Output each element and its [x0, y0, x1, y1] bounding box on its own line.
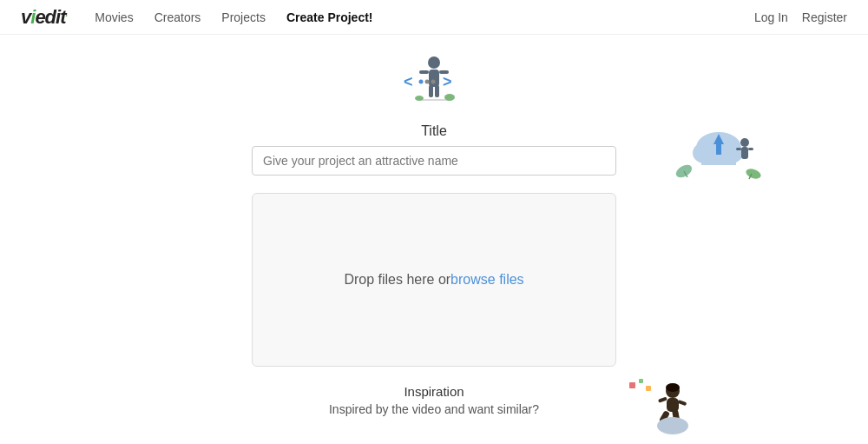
- nav-movies[interactable]: Movies: [95, 10, 133, 24]
- dropzone-wrapper: Drop files here or browse files: [104, 193, 764, 367]
- nav-projects[interactable]: Projects: [221, 10, 266, 24]
- svg-rect-4: [419, 70, 429, 74]
- svg-rect-3: [435, 85, 439, 97]
- register-link[interactable]: Register: [802, 10, 847, 24]
- svg-rect-28: [639, 379, 643, 383]
- svg-rect-2: [429, 85, 433, 97]
- svg-rect-27: [629, 382, 635, 388]
- title-label: Title: [421, 123, 447, 139]
- svg-rect-23: [736, 148, 741, 150]
- browse-files-link[interactable]: browse files: [450, 272, 523, 288]
- svg-point-36: [666, 383, 680, 392]
- dropzone[interactable]: Drop files here or browse files: [252, 193, 616, 367]
- svg-point-25: [745, 167, 762, 181]
- svg-point-13: [444, 94, 455, 101]
- nav-links: Movies Creators Projects Create Project!: [95, 10, 372, 24]
- svg-rect-22: [741, 147, 748, 159]
- svg-point-8: [425, 80, 430, 84]
- svg-point-12: [415, 96, 424, 101]
- svg-point-21: [740, 138, 749, 147]
- svg-rect-35: [678, 400, 687, 406]
- svg-text:<: <: [404, 73, 413, 90]
- nav-create-project[interactable]: Create Project!: [286, 10, 373, 24]
- svg-text:>: >: [443, 73, 452, 90]
- inspiration-section: Inspiration Inspired by the video and wa…: [104, 384, 764, 416]
- main-content: < > Title: [87, 35, 781, 444]
- cloud-upload-icon: [668, 115, 764, 184]
- svg-point-7: [419, 80, 424, 84]
- title-section: Title: [104, 123, 764, 176]
- svg-point-0: [428, 56, 440, 69]
- nav-auth: Log In Register: [754, 10, 847, 24]
- illustration-top: < >: [104, 52, 764, 113]
- sitting-person-illustration: [625, 375, 694, 436]
- navbar: viedit. Movies Creators Projects Create …: [0, 0, 868, 35]
- title-input[interactable]: [252, 146, 616, 176]
- svg-rect-34: [658, 397, 667, 403]
- svg-rect-1: [429, 70, 439, 87]
- svg-point-37: [657, 417, 688, 434]
- nav-creators[interactable]: Creators: [155, 10, 201, 24]
- svg-rect-31: [667, 398, 679, 412]
- svg-point-9: [431, 80, 436, 84]
- inspiration-label: Inspiration: [404, 384, 464, 399]
- sitting-person-icon: [625, 375, 694, 436]
- cloud-upload-illustration: [668, 115, 764, 184]
- inspiration-sub: Inspired by the video and want similar?: [329, 402, 539, 416]
- svg-rect-24: [748, 148, 753, 150]
- person-code-icon: < >: [395, 52, 473, 113]
- logo[interactable]: viedit.: [21, 6, 67, 29]
- login-link[interactable]: Log In: [754, 10, 788, 24]
- svg-rect-29: [646, 386, 651, 391]
- dropzone-text: Drop files here or: [344, 272, 450, 288]
